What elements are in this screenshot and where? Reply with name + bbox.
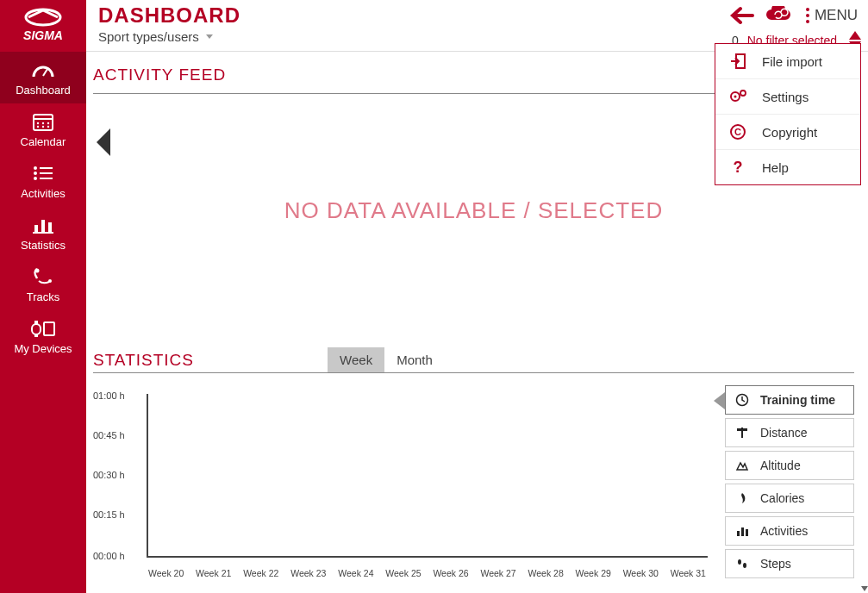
x-tick: Week 31 [671, 568, 706, 578]
sync-button[interactable] [765, 6, 792, 25]
sigma-cloud-title [93, 584, 854, 593]
devices-icon [30, 317, 56, 340]
svg-point-29 [734, 96, 737, 98]
activities-icon [33, 162, 53, 184]
svg-point-15 [34, 177, 37, 180]
metric-training-time[interactable]: Training time [725, 385, 854, 415]
svg-point-11 [34, 166, 37, 170]
sidebar-item-label: Statistics [21, 239, 66, 252]
x-tick: Week 23 [290, 568, 326, 578]
x-tick: Week 20 [148, 568, 184, 578]
svg-point-9 [42, 126, 44, 128]
svg-rect-17 [34, 225, 38, 232]
x-tick: Week 30 [623, 568, 659, 578]
metric-activities[interactable]: Activities [725, 516, 854, 546]
sport-types-label: Sport types/users [98, 29, 199, 44]
svg-rect-19 [48, 222, 52, 232]
metric-label: Distance [760, 426, 807, 440]
svg-rect-38 [741, 527, 744, 536]
svg-rect-37 [737, 531, 740, 536]
feed-prev-button[interactable] [97, 128, 110, 156]
metric-pointer-icon [714, 392, 725, 409]
no-data-message: NO DATA AVAILABLE / SELECTED [93, 197, 854, 224]
copyright-icon: C [727, 123, 748, 140]
statistics-chart: 01:00 h 00:45 h 00:30 h 00:15 h 00:00 h … [93, 385, 716, 584]
x-tick: Week 28 [528, 568, 564, 578]
svg-rect-36 [737, 428, 747, 431]
scroll-down-icon [861, 586, 868, 591]
svg-rect-16 [40, 178, 53, 179]
tab-month[interactable]: Month [384, 347, 445, 372]
metric-altitude[interactable]: Altitude [725, 451, 854, 480]
sidebar-item-calendar[interactable]: Calendar [0, 103, 86, 155]
menu-item-file-import[interactable]: File import [715, 44, 860, 79]
svg-point-21 [35, 269, 40, 273]
metric-label: Calories [760, 491, 804, 505]
import-icon [727, 53, 748, 70]
x-tick: Week 24 [338, 568, 373, 578]
svg-point-10 [47, 126, 49, 128]
metric-label: Training time [760, 393, 835, 407]
y-tick: 00:30 h [93, 470, 125, 480]
y-tick: 00:45 h [93, 430, 125, 440]
tab-week[interactable]: Week [328, 347, 384, 372]
menu-label: MENU [815, 7, 858, 24]
svg-rect-18 [41, 220, 45, 232]
x-tick: Week 29 [576, 568, 611, 578]
svg-rect-14 [40, 172, 53, 174]
sidebar-item-label: Tracks [27, 290, 60, 303]
svg-rect-23 [32, 324, 41, 334]
bars-icon [734, 524, 750, 538]
scrollbar[interactable] [861, 52, 868, 593]
help-icon: ? [727, 159, 748, 176]
menu-item-settings[interactable]: Settings [715, 79, 860, 115]
svg-text:C: C [734, 127, 741, 137]
svg-point-8 [37, 126, 39, 128]
svg-text:?: ? [734, 159, 743, 176]
metric-label: Steps [760, 557, 791, 571]
chevron-down-icon [206, 34, 213, 39]
metric-calories[interactable]: Calories [725, 484, 854, 513]
menu-item-label: File import [762, 54, 822, 69]
sidebar-item-label: My Devices [14, 342, 72, 355]
sidebar-item-activities[interactable]: Activities [0, 155, 86, 207]
tracks-icon [32, 265, 54, 288]
clock-icon [734, 393, 750, 407]
svg-point-41 [743, 563, 746, 568]
menu-item-label: Help [762, 160, 789, 175]
menu-button[interactable]: MENU [802, 5, 861, 26]
calendar-icon [33, 110, 53, 133]
signpost-icon [734, 426, 750, 440]
svg-point-7 [47, 122, 49, 124]
x-tick: Week 27 [480, 568, 515, 578]
menu-item-help[interactable]: ? Help [715, 150, 860, 184]
statistics-title: STATISTICS [93, 351, 194, 370]
menu-item-copyright[interactable]: C Copyright [715, 115, 860, 150]
sidebar-item-statistics[interactable]: Statistics [0, 207, 86, 259]
sidebar-item-label: Activities [21, 187, 65, 200]
svg-text:SIGMA: SIGMA [23, 28, 63, 42]
y-tick: 01:00 h [93, 390, 125, 401]
sidebar-item-mydevices[interactable]: My Devices [0, 310, 86, 362]
y-tick: 00:00 h [93, 551, 125, 561]
metric-label: Altitude [760, 459, 801, 472]
svg-point-30 [740, 91, 746, 96]
svg-point-22 [48, 279, 52, 283]
main-menu-dropdown: File import Settings C Copyright ? Help [715, 43, 861, 185]
svg-rect-25 [34, 334, 38, 337]
menu-item-label: Copyright [762, 125, 817, 140]
y-tick: 00:15 h [93, 509, 125, 520]
gear-icon [727, 88, 748, 105]
sidebar-item-tracks[interactable]: Tracks [0, 259, 86, 310]
sidebar-item-label: Calendar [21, 135, 66, 148]
metric-distance[interactable]: Distance [725, 418, 854, 447]
svg-rect-12 [40, 167, 53, 169]
svg-point-6 [42, 122, 44, 124]
sidebar-item-dashboard[interactable]: Dashboard [0, 52, 86, 103]
back-button[interactable] [730, 6, 754, 25]
x-tick: Week 26 [433, 568, 468, 578]
svg-line-2 [43, 69, 47, 76]
metric-steps[interactable]: Steps [725, 549, 854, 578]
brand-logo: SIGMA [0, 0, 86, 52]
statistics-icon [33, 214, 53, 236]
